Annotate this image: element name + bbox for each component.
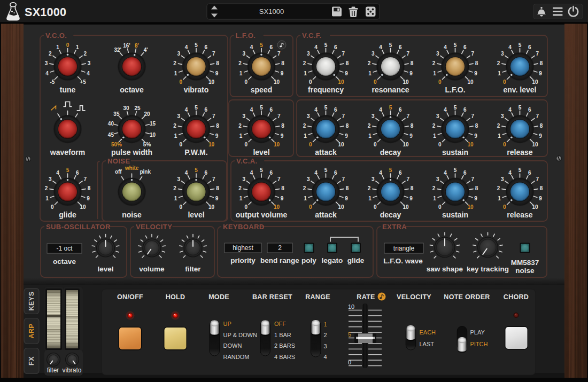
svg-text:0: 0: [180, 142, 183, 147]
svg-text:3: 3: [45, 60, 48, 66]
svg-text:6: 6: [528, 44, 531, 50]
svg-text:4: 4: [87, 71, 90, 76]
svg-text:noise: noise: [122, 211, 142, 219]
svg-text:45: 45: [108, 132, 114, 138]
svg-text:9: 9: [409, 71, 413, 76]
svg-text:2: 2: [278, 244, 282, 252]
svg-text:10: 10: [274, 79, 280, 85]
svg-text:2: 2: [238, 60, 242, 66]
svg-text:8: 8: [411, 185, 414, 191]
svg-text:7: 7: [536, 176, 539, 182]
svg-text:key tracking: key tracking: [467, 265, 509, 273]
svg-text:0: 0: [309, 204, 312, 210]
svg-text:6: 6: [76, 170, 79, 176]
svg-text:3: 3: [436, 176, 439, 182]
svg-text:20: 20: [144, 111, 151, 117]
svg-text:7: 7: [407, 176, 410, 182]
svg-text:7: 7: [277, 176, 281, 182]
svg-text:8: 8: [475, 185, 478, 191]
svg-text:1: 1: [498, 196, 501, 201]
svg-text:6: 6: [334, 170, 337, 176]
svg-text:1: 1: [304, 196, 307, 201]
svg-text:9: 9: [281, 133, 284, 139]
svg-text:LAST: LAST: [420, 341, 435, 347]
svg-text:1: 1: [368, 196, 372, 201]
svg-text:0: 0: [245, 142, 248, 147]
svg-text:9: 9: [409, 196, 413, 201]
svg-text:2: 2: [238, 123, 242, 129]
svg-text:2: 2: [173, 123, 176, 129]
svg-text:NOTE ORDER: NOTE ORDER: [444, 293, 490, 301]
svg-text:7: 7: [212, 51, 215, 57]
svg-text:6: 6: [270, 170, 273, 176]
svg-text:release: release: [507, 211, 532, 219]
svg-text:9: 9: [409, 133, 413, 139]
svg-text:8: 8: [216, 123, 219, 129]
svg-text:highest: highest: [233, 244, 253, 252]
svg-text:7: 7: [342, 176, 345, 182]
svg-text:4': 4': [144, 47, 148, 53]
svg-text:3: 3: [501, 176, 504, 182]
svg-text:2: 2: [368, 60, 371, 66]
svg-text:8: 8: [411, 60, 414, 66]
svg-text:-1 oct: -1 oct: [56, 245, 73, 252]
svg-text:glide: glide: [347, 256, 365, 264]
svg-text:KEYS: KEYS: [28, 291, 35, 310]
svg-text:4: 4: [56, 170, 59, 176]
svg-text:8: 8: [540, 60, 543, 66]
svg-text:6: 6: [463, 107, 467, 113]
svg-text:10: 10: [403, 79, 409, 85]
svg-text:3: 3: [307, 113, 310, 119]
svg-text:L.F.O.: L.F.O.: [236, 32, 256, 40]
svg-text:4: 4: [379, 107, 382, 113]
svg-text:2: 2: [173, 185, 176, 191]
svg-text:3: 3: [242, 176, 245, 182]
svg-text:9: 9: [281, 196, 284, 201]
svg-text:FX: FX: [28, 356, 35, 365]
svg-text:release: release: [507, 148, 532, 157]
svg-text:0: 0: [438, 204, 442, 210]
svg-text:5: 5: [260, 105, 263, 111]
svg-text:8: 8: [346, 185, 349, 191]
svg-text:1: 1: [56, 44, 59, 50]
svg-text:2: 2: [238, 185, 242, 191]
svg-text:MM5837: MM5837: [511, 259, 539, 267]
svg-text:7: 7: [407, 51, 410, 57]
svg-text:10: 10: [208, 142, 215, 147]
svg-text:3: 3: [307, 51, 310, 57]
svg-text:waveform: waveform: [50, 148, 85, 157]
svg-text:6: 6: [205, 170, 208, 176]
svg-text:8: 8: [540, 123, 543, 129]
svg-text:level: level: [97, 265, 113, 273]
svg-text:7: 7: [277, 51, 281, 57]
svg-text:9: 9: [474, 133, 477, 139]
svg-text:3: 3: [177, 176, 180, 182]
svg-text:V.C.A.: V.C.A.: [236, 157, 258, 165]
svg-text:1: 1: [174, 196, 177, 201]
svg-text:1: 1: [174, 133, 177, 139]
svg-text:8: 8: [281, 123, 284, 129]
svg-text:1: 1: [174, 71, 177, 76]
svg-text:UP: UP: [223, 321, 231, 327]
svg-text:octave: octave: [53, 258, 76, 266]
svg-text:9: 9: [539, 71, 542, 76]
svg-text:5: 5: [348, 331, 351, 338]
svg-text:1: 1: [368, 133, 372, 139]
svg-text:3: 3: [307, 176, 310, 182]
svg-text:6: 6: [463, 44, 467, 50]
svg-text:10: 10: [80, 204, 87, 210]
svg-text:10: 10: [338, 204, 345, 210]
svg-text:ARP: ARP: [28, 324, 35, 339]
svg-text:8: 8: [475, 60, 478, 66]
svg-text:8: 8: [88, 185, 91, 191]
svg-text:2: 2: [45, 185, 48, 191]
svg-text:1: 1: [368, 71, 372, 76]
svg-text:5: 5: [195, 105, 198, 111]
svg-text:0: 0: [503, 204, 506, 210]
svg-text:5: 5: [389, 42, 392, 48]
svg-text:4: 4: [250, 170, 253, 176]
svg-text:RANGE: RANGE: [305, 293, 330, 301]
svg-text:6: 6: [399, 107, 402, 113]
svg-text:9: 9: [215, 71, 219, 76]
svg-text:tune: tune: [60, 85, 76, 94]
